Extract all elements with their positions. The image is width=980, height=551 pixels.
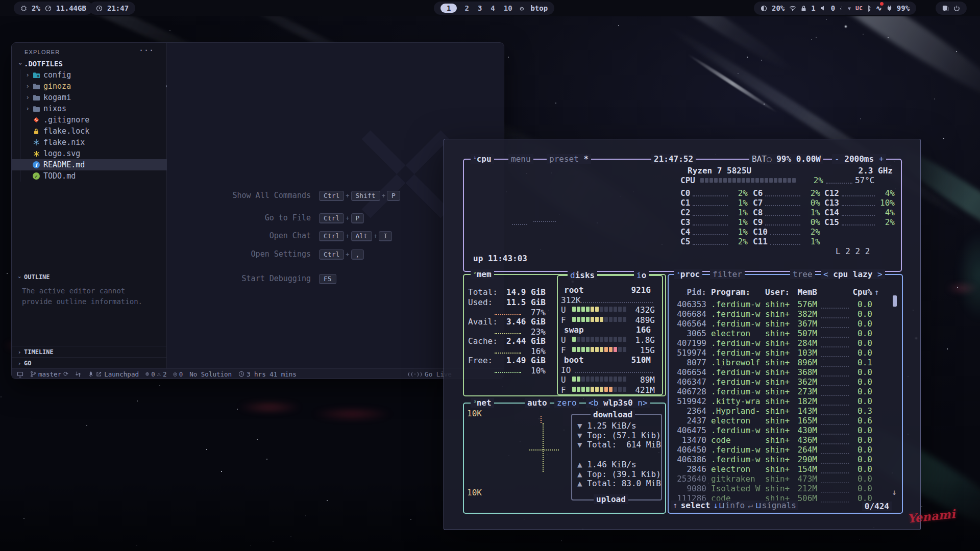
sort-selector[interactable]: < cpu lazy > xyxy=(821,269,885,279)
process-row[interactable]: 406386.ferdium-wshin+290M0.0 xyxy=(668,455,890,464)
process-row[interactable]: 406684.ferdium-wshin+382M0.0 xyxy=(668,309,890,319)
tree-file-gitignore[interactable]: .gitignore xyxy=(12,114,179,126)
cpu-meter-block xyxy=(728,178,731,183)
notification-tray-icon[interactable]: ∿ xyxy=(876,4,882,12)
core-label: C12 xyxy=(824,188,839,198)
select-label[interactable]: select xyxy=(681,500,710,510)
session-time-status[interactable]: 3 hrs 41 mins xyxy=(238,370,297,378)
proc-box-title[interactable]: ⁴proc xyxy=(674,269,702,279)
workspace-button-2[interactable]: 2 xyxy=(463,4,470,12)
process-row[interactable]: 407199.ferdium-wshin+284M0.0 xyxy=(668,338,890,348)
preset-button[interactable]: preset * xyxy=(547,154,591,164)
process-row[interactable]: 519974.ferdium-wshin+103M0.0 xyxy=(668,348,890,358)
net-zero-toggle[interactable]: zero xyxy=(554,398,579,408)
branch-name: master xyxy=(38,370,61,378)
col-cpu[interactable]: Cpu% xyxy=(851,287,872,297)
process-row[interactable]: 406654.ferdium-wshin+368M0.0 xyxy=(668,367,890,377)
cpu-box-title[interactable]: ¹cpu xyxy=(471,154,494,164)
process-row[interactable]: 406564.ferdium-wshin+367M0.0 xyxy=(668,319,890,329)
col-mem[interactable]: MemB xyxy=(792,287,817,297)
signals-button[interactable]: signals xyxy=(762,500,796,510)
wifi-icon[interactable] xyxy=(789,5,796,11)
tree-toggle[interactable]: tree xyxy=(790,269,815,279)
workspace-button-10[interactable]: 10 xyxy=(503,4,513,12)
col-user[interactable]: User: xyxy=(765,287,792,297)
remote-indicator[interactable] xyxy=(17,371,23,378)
explorer-more-actions[interactable]: ··· xyxy=(139,46,154,55)
power-icon[interactable] xyxy=(953,5,960,12)
proc-cpu-graph xyxy=(821,449,849,454)
process-row[interactable]: 2846electronshin+154M0.0 xyxy=(668,464,890,474)
workspace-button-3[interactable]: 3 xyxy=(477,4,483,12)
workspace-button-4[interactable]: 4 xyxy=(489,4,496,12)
net-box-title[interactable]: ³net xyxy=(471,398,494,408)
process-row[interactable]: 406475.ferdium-wshin+430M0.0 xyxy=(668,425,890,435)
git-branch-status[interactable]: master ⟳ xyxy=(30,370,68,378)
tree-file-flakenix[interactable]: flake.nix xyxy=(12,137,179,148)
io-mode-toggle[interactable]: io xyxy=(634,270,649,280)
workspace-button-1[interactable]: 1 xyxy=(440,4,457,13)
launchpad-status[interactable]: Launchpad xyxy=(88,370,139,378)
net-auto-toggle[interactable]: auto xyxy=(525,398,550,408)
tree-file-logosvg[interactable]: logo.svg xyxy=(12,148,179,159)
problems-status[interactable]: ⊗ 0 ⚠ 2 xyxy=(145,370,167,378)
col-pid[interactable]: Pid: xyxy=(668,287,706,297)
cpu-meter-block xyxy=(769,178,773,183)
net-interface-selector[interactable]: <b wlp3s0 n> xyxy=(586,398,650,408)
tree-folder-kogami[interactable]: ›kogami xyxy=(12,92,179,103)
speaker-icon[interactable] xyxy=(820,5,826,11)
process-row[interactable]: 2364.Hyprland-shin+143M0.3 xyxy=(668,406,890,416)
process-row[interactable]: 519942.kitty-wrashin+182M0.0 xyxy=(668,396,890,406)
disks-box-title[interactable]: disks xyxy=(568,270,597,280)
select-down-hint[interactable]: ↓ xyxy=(713,500,718,510)
tree-file-readmemd[interactable]: iREADME.md xyxy=(12,159,179,170)
proc-program: .ferdium-w xyxy=(711,299,765,309)
section-timeline[interactable]: › TIMELINE xyxy=(12,346,166,358)
proc-cpu-graph xyxy=(821,352,849,357)
process-list[interactable]: 406353.ferdium-wshin+576M0.0406684.ferdi… xyxy=(668,299,890,503)
mem-graph xyxy=(495,346,521,354)
select-up-hint[interactable]: ↑ xyxy=(673,500,678,510)
disk-activity: IO xyxy=(561,365,571,375)
tree-folder-config[interactable]: ›config xyxy=(12,69,179,81)
keyboard-layout-indicator[interactable]: UC xyxy=(855,5,863,12)
section-go[interactable]: › GO xyxy=(12,357,166,369)
process-row[interactable]: 13470codeshin+436M0.0 xyxy=(668,435,890,445)
section-outline[interactable]: › OUTLINE xyxy=(12,271,166,283)
ports-status[interactable]: ◎ 0 xyxy=(173,370,183,378)
tree-root-dotfiles[interactable]: › .DOTFILES xyxy=(12,58,172,69)
proc-program: .ferdium-w xyxy=(711,319,765,329)
filter-button[interactable]: filter xyxy=(710,269,745,279)
shortcut-row: Go to FileCtrl+P xyxy=(214,212,418,223)
process-row[interactable]: 8077.librewolfshin+896M0.1 xyxy=(668,358,890,367)
process-row[interactable]: 253640gitkrakenshin+473M0.0 xyxy=(668,474,890,484)
solution-status[interactable]: No Solution xyxy=(189,370,232,378)
process-row[interactable]: 406450.ferdium-wshin+264M0.0 xyxy=(668,445,890,455)
process-row[interactable]: 406353.ferdium-wshin+576M0.0 xyxy=(668,299,890,309)
mem-box-title[interactable]: ²mem xyxy=(471,269,494,279)
process-row[interactable]: 406347.ferdium-wshin+362M0.0 xyxy=(668,377,890,387)
menu-button[interactable]: menu xyxy=(508,154,533,164)
tree-folder-nixos[interactable]: ›nixos xyxy=(12,103,179,114)
process-row[interactable]: 406728.ferdium-wshin+273M0.0 xyxy=(668,387,890,396)
net-tray-icon[interactable]: ▼ xyxy=(848,6,851,11)
shortcut-label: Open Settings xyxy=(214,249,311,260)
vscode-window[interactable]: EXPLORER ··· › .DOTFILES ›config›ginoza›… xyxy=(11,42,504,379)
process-row[interactable]: 9080Isolated Wshin+212M0.0 xyxy=(668,484,890,493)
tree-file-flakelock[interactable]: flake.lock xyxy=(12,126,179,137)
clipboard-icon[interactable] xyxy=(942,5,949,12)
update-interval-control[interactable]: - 2000ms + xyxy=(832,154,886,164)
changes-indicator[interactable] xyxy=(75,371,81,378)
col-program[interactable]: Program: xyxy=(711,287,765,297)
btop-window[interactable]: ¹cpu menu preset * 21:47:52 BAT○ 99% 0.0… xyxy=(444,139,921,530)
scroll-down-icon[interactable]: ↓ xyxy=(892,487,897,497)
idle-lock-icon[interactable] xyxy=(801,5,806,12)
info-button[interactable]: info xyxy=(725,500,745,510)
proc-scrollbar-thumb[interactable] xyxy=(893,295,897,307)
tree-file-todomd[interactable]: ✓TODO.md xyxy=(12,170,179,182)
process-row[interactable]: 3065electronshin+507M0.0 xyxy=(668,329,890,338)
sort-direction-icon[interactable]: ↑ xyxy=(874,287,879,297)
process-row[interactable]: 2437electronshin+165M0.6 xyxy=(668,416,890,425)
bluetooth-icon[interactable]: ᛒ xyxy=(867,5,871,12)
tree-folder-ginoza[interactable]: ›ginoza xyxy=(12,81,179,92)
